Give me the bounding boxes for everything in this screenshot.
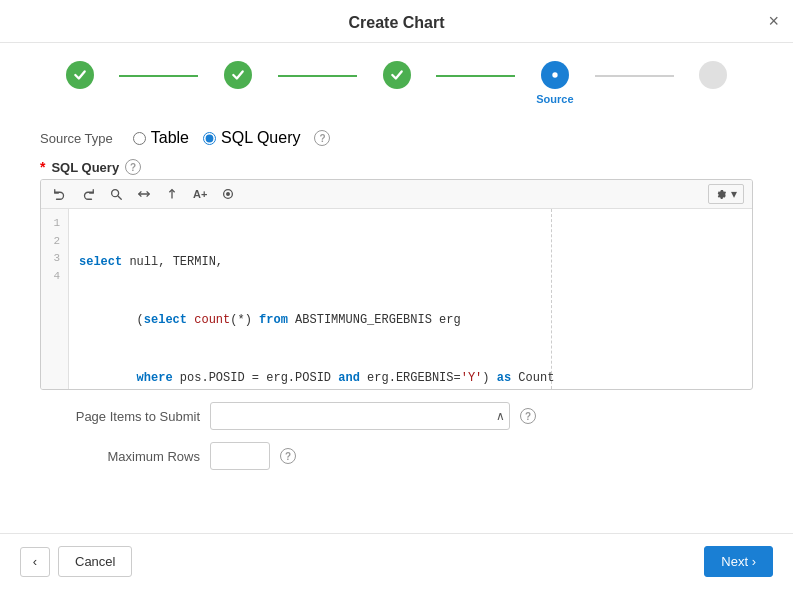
sql-query-radio-option[interactable]: SQL Query	[203, 129, 300, 147]
step-2	[198, 61, 277, 89]
next-button[interactable]: Next ›	[704, 546, 773, 577]
next-label: Next ›	[721, 554, 756, 569]
svg-line-2	[118, 196, 121, 199]
code-content[interactable]: select null, TERMIN, (select count(*) fr…	[69, 209, 752, 389]
dialog-footer: ‹ Cancel Next ›	[0, 533, 793, 589]
close-button[interactable]: ×	[768, 12, 779, 30]
gear-dropdown-button[interactable]: ▾	[708, 184, 744, 204]
table-radio-option[interactable]: Table	[133, 129, 189, 147]
code-line-2: (select count(*) from ABSTIMMUNG_ERGEBNI…	[79, 311, 742, 330]
connector-2-3	[278, 75, 357, 77]
step-3	[357, 61, 436, 89]
search-button[interactable]	[105, 185, 127, 203]
resize-button[interactable]	[133, 185, 155, 203]
sql-query-radio[interactable]	[203, 132, 216, 145]
connector-4-5	[595, 75, 674, 77]
vertical-divider	[551, 209, 552, 389]
sql-query-title: SQL Query	[51, 160, 119, 175]
code-editor: A+ ▾ 1 2	[40, 179, 753, 390]
undo-button[interactable]	[49, 185, 71, 203]
page-items-chevron-icon: ∧	[496, 409, 505, 423]
step-5-circle	[699, 61, 727, 89]
code-line-3: where pos.POSID = erg.POSID and erg.ERGE…	[79, 369, 742, 388]
line-num-2: 2	[49, 233, 60, 251]
line-num-3: 3	[49, 250, 60, 268]
redo-button[interactable]	[77, 185, 99, 203]
font-size-button[interactable]: A+	[189, 186, 211, 202]
create-chart-dialog: Create Chart × Sou	[0, 0, 793, 589]
source-type-help-icon[interactable]: ?	[314, 130, 330, 146]
max-rows-input[interactable]	[210, 442, 270, 470]
step-1	[40, 61, 119, 89]
page-items-label: Page Items to Submit	[40, 409, 200, 424]
editor-toolbar-right: ▾	[708, 184, 744, 204]
required-star: *	[40, 159, 45, 175]
max-rows-row: Maximum Rows ?	[40, 442, 753, 470]
page-items-input[interactable]: ∧	[210, 402, 510, 430]
connector-3-4	[436, 75, 515, 77]
dialog-body: Source Type Table SQL Query ? * SQL Quer…	[0, 115, 793, 533]
table-radio[interactable]	[133, 132, 146, 145]
sql-query-section: * SQL Query ?	[40, 159, 753, 390]
line-numbers: 1 2 3 4	[41, 209, 69, 389]
svg-point-1	[112, 190, 119, 197]
dialog-title: Create Chart	[348, 14, 444, 32]
footer-left: ‹ Cancel	[20, 546, 132, 577]
move-up-button[interactable]	[161, 185, 183, 203]
step-4-circle	[541, 61, 569, 89]
code-area[interactable]: 1 2 3 4 select null, TERMIN, (select cou…	[41, 209, 752, 389]
max-rows-help-icon[interactable]: ?	[280, 448, 296, 464]
step-2-circle	[224, 61, 252, 89]
page-items-help-icon[interactable]: ?	[520, 408, 536, 424]
svg-point-0	[552, 72, 557, 77]
max-rows-label: Maximum Rows	[40, 449, 200, 464]
step-1-circle	[66, 61, 94, 89]
line-num-1: 1	[49, 215, 60, 233]
table-radio-label: Table	[151, 129, 189, 147]
svg-point-6	[227, 193, 230, 196]
cancel-button[interactable]: Cancel	[58, 546, 132, 577]
line-num-4: 4	[49, 268, 60, 286]
autocomplete-button[interactable]	[217, 185, 239, 203]
sql-query-radio-label: SQL Query	[221, 129, 300, 147]
code-line-1: select null, TERMIN,	[79, 253, 742, 272]
step-4-label: Source	[536, 93, 573, 105]
cancel-label: Cancel	[75, 554, 115, 569]
gear-dropdown-arrow: ▾	[731, 187, 737, 201]
dialog-header: Create Chart ×	[0, 0, 793, 43]
editor-toolbar: A+ ▾	[41, 180, 752, 209]
step-3-circle	[383, 61, 411, 89]
editor-toolbar-left: A+	[49, 185, 239, 203]
stepper: Source	[0, 43, 793, 115]
step-4: Source	[515, 61, 594, 105]
prev-button[interactable]: ‹	[20, 547, 50, 577]
sql-query-help-icon[interactable]: ?	[125, 159, 141, 175]
step-5	[674, 61, 753, 89]
prev-icon: ‹	[33, 554, 37, 569]
connector-1-2	[119, 75, 198, 77]
page-items-row: Page Items to Submit ∧ ?	[40, 402, 753, 430]
source-type-row: Source Type Table SQL Query ?	[40, 129, 753, 147]
sql-query-header: * SQL Query ?	[40, 159, 753, 175]
source-type-label: Source Type	[40, 131, 113, 146]
